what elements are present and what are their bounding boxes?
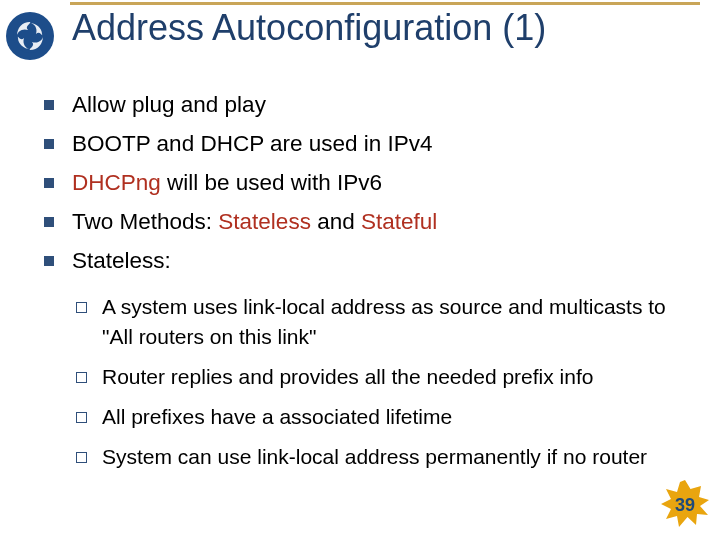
bullet-item: Allow plug and play — [40, 88, 680, 123]
sub-bullet-item: Router replies and provides all the need… — [40, 362, 680, 392]
bullet-item: Stateless: — [40, 244, 680, 279]
logo-swirl-icon — [12, 18, 48, 54]
bullet-emphasis: Stateless — [218, 209, 311, 234]
svg-point-0 — [13, 19, 47, 53]
bullet-list: Allow plug and play BOOTP and DHCP are u… — [40, 88, 680, 278]
slide: Address Autoconfiguration (1) Allow plug… — [0, 0, 720, 540]
bullet-text: and — [311, 209, 361, 234]
university-logo — [6, 12, 54, 60]
bullet-item: BOOTP and DHCP are used in IPv4 — [40, 127, 680, 162]
sub-bullet-item: All prefixes have a associated lifetime — [40, 402, 680, 432]
bullet-text: will be used with IPv6 — [161, 170, 382, 195]
bullet-item: DHCPng will be used with IPv6 — [40, 166, 680, 201]
bullet-text: Stateless: — [72, 248, 171, 273]
bullet-text: Two Methods: — [72, 209, 218, 234]
sub-bullet-text: System can use link-local address perman… — [102, 445, 647, 468]
bullet-text: Allow plug and play — [72, 92, 266, 117]
sub-bullet-list: A system uses link-local address as sour… — [40, 292, 680, 471]
slide-title: Address Autoconfiguration (1) — [72, 8, 720, 54]
header: Address Autoconfiguration (1) — [0, 8, 720, 60]
sub-bullet-text: All prefixes have a associated lifetime — [102, 405, 452, 428]
bullet-text: BOOTP and DHCP are used in IPv4 — [72, 131, 433, 156]
sub-bullet-text: Router replies and provides all the need… — [102, 365, 593, 388]
page-number-badge: 39 — [660, 480, 710, 530]
page-number: 39 — [675, 495, 695, 516]
title-rule — [70, 2, 700, 5]
bullet-item: Two Methods: Stateless and Stateful — [40, 205, 680, 240]
sub-bullet-item: A system uses link-local address as sour… — [40, 292, 680, 352]
sub-bullet-text: A system uses link-local address as sour… — [102, 295, 666, 348]
bullet-emphasis: DHCPng — [72, 170, 161, 195]
slide-body: Allow plug and play BOOTP and DHCP are u… — [0, 60, 720, 471]
bullet-emphasis: Stateful — [361, 209, 437, 234]
sub-bullet-item: System can use link-local address perman… — [40, 442, 680, 472]
